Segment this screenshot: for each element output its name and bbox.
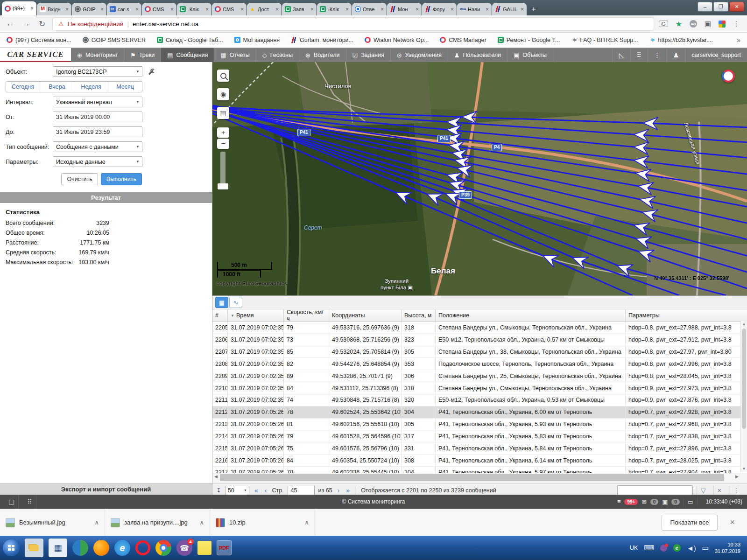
- keyboard-icon[interactable]: ⌨: [644, 544, 654, 552]
- monitor-icon[interactable]: ▭: [688, 498, 693, 505]
- browser-tab[interactable]: Дост ×: [247, 3, 282, 15]
- nav-item[interactable]: ♟ Пользователи: [448, 48, 507, 62]
- network-icon[interactable]: ▭: [702, 544, 709, 552]
- zoom-slider[interactable]: [220, 152, 226, 184]
- reload-icon[interactable]: ↻: [36, 19, 48, 29]
- nav-item[interactable]: ☑ Задания: [346, 48, 391, 62]
- quick-range-button[interactable]: Вчера: [40, 81, 74, 92]
- table-row[interactable]: 2215 31.07.2019 07:05:26 75 49.601576, 2…: [212, 442, 747, 455]
- zoom-out-button[interactable]: −: [217, 139, 229, 149]
- extension-icon[interactable]: [719, 21, 726, 28]
- download-menu-chevron-icon[interactable]: ∧: [94, 519, 99, 526]
- vertical-scrollbar[interactable]: ▲ ▼: [740, 321, 747, 472]
- parameters-select[interactable]: Исходные данные: [53, 156, 142, 167]
- volume-icon[interactable]: ◄): [687, 544, 696, 552]
- minimize-button[interactable]: –: [698, 2, 712, 12]
- page-number-input[interactable]: 45: [288, 486, 315, 495]
- table-row[interactable]: 2206 31.07.2019 07:02:35 73 49.530868, 2…: [212, 334, 747, 346]
- bookmark-item[interactable]: Wialon Network Op...: [365, 37, 429, 43]
- tab-close-icon[interactable]: ×: [170, 7, 174, 12]
- browser-tab[interactable]: CMS ×: [212, 3, 247, 15]
- nav-item[interactable]: ⊙ Уведомления: [391, 48, 448, 62]
- notifications-list-icon[interactable]: ≡: [617, 498, 620, 505]
- table-row[interactable]: 2209 31.07.2019 07:02:35 89 49.53286, 25…: [212, 370, 747, 382]
- bookmark-item[interactable]: (99+) Система мон...: [7, 37, 71, 43]
- tab-close-icon[interactable]: ×: [100, 7, 104, 12]
- taskbar-notes-icon[interactable]: [197, 541, 211, 555]
- table-row[interactable]: 2207 31.07.2019 07:02:35 85 49.532024, 2…: [212, 346, 747, 358]
- load-messages-icon[interactable]: ↧: [216, 487, 221, 494]
- table-row[interactable]: 2217 31.07.2019 07:05:26 78 49.602336, 2…: [212, 467, 747, 473]
- browser-tab[interactable]: Мон ×: [387, 3, 422, 15]
- bookmark-item[interactable]: CMS Manager: [440, 37, 486, 43]
- table-row[interactable]: 2205 31.07.2019 07:02:35 79 49.533716, 2…: [212, 322, 747, 334]
- zoom-in-button[interactable]: +: [217, 127, 229, 138]
- taskbar-opera-icon[interactable]: [135, 540, 150, 555]
- bookmark-item[interactable]: Gurtam: монитори...: [291, 37, 353, 43]
- nav-item[interactable]: ⊛ Водители: [299, 48, 346, 62]
- scroll-right-icon[interactable]: ▶: [735, 474, 739, 479]
- address-bar[interactable]: ⚠ Не конфіденційний | enter.car-service.…: [52, 17, 654, 31]
- vertical-scroll-thumb[interactable]: [742, 329, 746, 429]
- nav-item[interactable]: ◇ Геозоны: [256, 48, 299, 62]
- bookmark-item[interactable]: GOIP SMS SERVER: [83, 37, 146, 43]
- tab-close-icon[interactable]: ×: [345, 7, 349, 12]
- header-coords[interactable]: Координаты: [329, 309, 402, 322]
- clear-button[interactable]: Очистить: [61, 173, 98, 185]
- downloads-close-icon[interactable]: ×: [730, 518, 735, 527]
- prev-page-icon[interactable]: ‹: [263, 487, 268, 494]
- kebab-menu-icon[interactable]: ⋮: [648, 48, 667, 62]
- browser-tab[interactable]: (99+) ×: [2, 1, 36, 15]
- forward-icon[interactable]: →: [21, 19, 32, 28]
- bookmark-item[interactable]: Мої завдання: [234, 37, 280, 43]
- app-logo[interactable]: CAR SERVICE: [0, 48, 71, 62]
- taskbar-media-icon[interactable]: [72, 540, 88, 556]
- chart-view-button[interactable]: ∿: [229, 297, 242, 308]
- mail-badge[interactable]: 0: [650, 499, 659, 505]
- browser-tab[interactable]: car-s ×: [107, 3, 141, 15]
- close-button[interactable]: ✕: [729, 2, 744, 12]
- taskbar-pdf-icon[interactable]: [217, 540, 232, 555]
- page-size-select[interactable]: 50: [225, 486, 249, 495]
- table-row[interactable]: 2212 31.07.2019 07:05:26 78 49.602524, 2…: [212, 406, 747, 419]
- horizontal-scroll-thumb[interactable]: [220, 474, 724, 481]
- quick-range-button[interactable]: Месяц: [108, 81, 142, 92]
- mail-icon[interactable]: ✉: [641, 498, 646, 505]
- taskbar-viber-icon[interactable]: 4: [176, 540, 192, 556]
- photo-badge[interactable]: 0: [671, 499, 680, 505]
- security-warning-icon[interactable]: ⚠: [58, 21, 64, 28]
- user-icon[interactable]: ♟: [667, 48, 685, 62]
- table-row[interactable]: 2211 31.07.2019 07:02:35 74 49.530848, 2…: [212, 394, 747, 406]
- table-row[interactable]: 2210 31.07.2019 07:02:35 84 49.531112, 2…: [212, 382, 747, 394]
- browser-tab[interactable]: Нави ×: [457, 3, 492, 15]
- tab-close-icon[interactable]: ×: [451, 7, 454, 12]
- quick-range-button[interactable]: Сегодня: [6, 81, 40, 92]
- nav-item[interactable]: ▤ Сообщения: [161, 48, 214, 62]
- bookmark-star-icon[interactable]: ★: [673, 20, 685, 28]
- tab-close-icon[interactable]: ×: [486, 7, 489, 12]
- browser-tab[interactable]: GOIP ×: [72, 3, 106, 15]
- execute-button[interactable]: Выполнить: [101, 173, 142, 185]
- clear-filter-icon[interactable]: ×: [713, 486, 725, 495]
- map-layers-button[interactable]: ▤: [217, 107, 229, 119]
- tab-close-icon[interactable]: ×: [30, 6, 34, 11]
- header-params[interactable]: Параметры: [626, 309, 747, 322]
- username[interactable]: carservice_support: [685, 48, 747, 62]
- export-import-button[interactable]: Экспорт и импорт сообщений: [0, 483, 212, 495]
- table-menu-icon[interactable]: ⋮: [729, 486, 743, 495]
- browser-tab[interactable]: -Кліє ×: [177, 3, 211, 15]
- download-menu-chevron-icon[interactable]: ∧: [199, 519, 204, 526]
- bookmark-item[interactable]: https://b2b.kyivstar....: [649, 37, 713, 43]
- wrench-icon[interactable]: [147, 68, 155, 76]
- taskbar-clock[interactable]: 10:33 31.07.2019: [715, 541, 740, 555]
- nav-item[interactable]: ▣ Объекты: [507, 48, 553, 62]
- browser-menu-icon[interactable]: ⋮: [730, 20, 742, 28]
- taskbar-chrome-icon[interactable]: [155, 540, 171, 556]
- address-url[interactable]: enter.car-service.net.ua: [133, 21, 198, 28]
- map-canvas[interactable]: Чистилов Белая Зупинний пункт Біла ▣ Сер…: [212, 62, 747, 295]
- nav-item[interactable]: ▦ Отчеты: [214, 48, 256, 62]
- browser-tab[interactable]: Фору ×: [422, 3, 457, 15]
- scroll-down-icon[interactable]: ▼: [741, 467, 747, 471]
- nav-item[interactable]: ⊕ Мониторинг: [71, 48, 124, 62]
- tab-close-icon[interactable]: ×: [65, 7, 69, 12]
